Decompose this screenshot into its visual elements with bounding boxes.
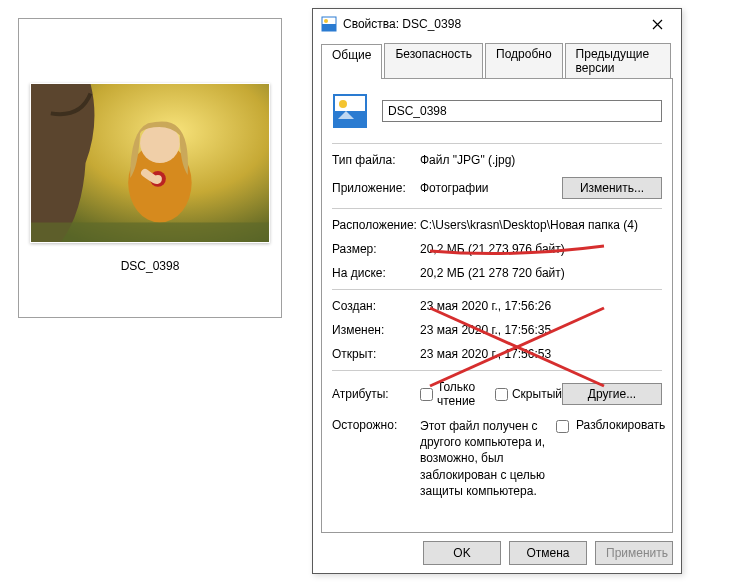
- svg-point-10: [339, 100, 347, 108]
- titlebar: Свойства: DSC_0398: [313, 9, 681, 39]
- size-on-disk-value: 20,2 МБ (21 278 720 байт): [420, 266, 662, 280]
- location-value: C:\Users\krasn\Desktop\Новая папка (4): [420, 218, 662, 232]
- created-value: 23 мая 2020 г., 17:56:26: [420, 299, 662, 313]
- size-value: 20,2 МБ (21 273 976 байт): [420, 242, 662, 256]
- hidden-checkbox-input[interactable]: [495, 388, 508, 401]
- readonly-label: Только чтение: [437, 380, 479, 408]
- filetype-label: Тип файла:: [332, 153, 420, 167]
- svg-point-7: [324, 19, 328, 23]
- general-sheet: Тип файла: Файл "JPG" (.jpg) Приложение:…: [321, 79, 673, 533]
- accessed-value: 23 мая 2020 г., 17:56:53: [420, 347, 662, 361]
- image-file-icon: [321, 16, 337, 32]
- tab-general[interactable]: Общие: [321, 44, 382, 79]
- modified-value: 23 мая 2020 г., 17:56:35: [420, 323, 662, 337]
- warning-label: Осторожно:: [332, 418, 420, 499]
- tab-previous[interactable]: Предыдущие версии: [565, 43, 671, 78]
- hidden-label: Скрытый: [512, 387, 562, 401]
- modified-label: Изменен:: [332, 323, 420, 337]
- readonly-checkbox-input[interactable]: [420, 388, 433, 401]
- unblock-checkbox-input[interactable]: [556, 420, 569, 433]
- location-label: Расположение:: [332, 218, 420, 232]
- unblock-label: Разблокировать: [576, 418, 665, 432]
- filename-input[interactable]: [382, 100, 662, 122]
- change-app-button[interactable]: Изменить...: [562, 177, 662, 199]
- cancel-button[interactable]: Отмена: [509, 541, 587, 565]
- unblock-checkbox[interactable]: Разблокировать: [552, 418, 662, 499]
- svg-rect-4: [31, 223, 269, 243]
- attributes-label: Атрибуты:: [332, 387, 420, 401]
- created-label: Создан:: [332, 299, 420, 313]
- dialog-button-bar: OK Отмена Применить: [313, 533, 681, 573]
- properties-dialog: Свойства: DSC_0398 Общие Безопасность По…: [312, 8, 682, 574]
- warning-text: Этот файл получен с другого компьютера и…: [420, 418, 552, 499]
- attributes-advanced-button[interactable]: Другие...: [562, 383, 662, 405]
- readonly-checkbox[interactable]: Только чтение: [420, 380, 479, 408]
- tab-bar: Общие Безопасность Подробно Предыдущие в…: [321, 43, 673, 79]
- app-value: Фотографии: [420, 181, 562, 195]
- close-button[interactable]: [637, 10, 677, 38]
- size-on-disk-label: На диске:: [332, 266, 420, 280]
- thumbnail-caption: DSC_0398: [121, 259, 180, 273]
- tab-details[interactable]: Подробно: [485, 43, 563, 78]
- image-file-icon: [332, 93, 368, 129]
- tab-security[interactable]: Безопасность: [384, 43, 483, 78]
- ok-button[interactable]: OK: [423, 541, 501, 565]
- accessed-label: Открыт:: [332, 347, 420, 361]
- thumbnail-panel: DSC_0398: [18, 18, 282, 318]
- dialog-title: Свойства: DSC_0398: [343, 17, 637, 31]
- size-label: Размер:: [332, 242, 420, 256]
- svg-rect-6: [322, 24, 336, 31]
- hidden-checkbox[interactable]: Скрытый: [495, 380, 562, 408]
- thumbnail-image[interactable]: [30, 83, 270, 243]
- app-label: Приложение:: [332, 181, 420, 195]
- apply-button[interactable]: Применить: [595, 541, 673, 565]
- filetype-value: Файл "JPG" (.jpg): [420, 153, 662, 167]
